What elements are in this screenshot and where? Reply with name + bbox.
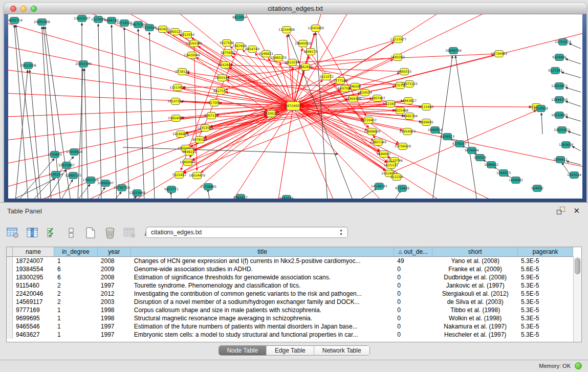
table-row[interactable]: 946554611997Estimation of the future num…	[7, 322, 573, 331]
cell-in-degree[interactable]: 6	[54, 273, 98, 281]
graph-node[interactable]: 16782759	[114, 185, 130, 191]
graph-node[interactable]: 7425402	[172, 172, 186, 179]
cell-title[interactable]: Corpus callosum shape and size in male p…	[131, 306, 395, 314]
graph-node[interactable]: 6379197	[452, 141, 467, 147]
vertical-scrollbar[interactable]	[573, 257, 581, 342]
graph-node[interactable]: 252254	[390, 174, 403, 181]
graph-node[interactable]: 1564023	[496, 170, 511, 177]
graph-node[interactable]: 12213977	[390, 36, 406, 43]
cell-name[interactable]: 18724007	[13, 257, 54, 265]
graph-node[interactable]: 1720655	[48, 151, 62, 158]
graph-node[interactable]: 16914479	[189, 172, 205, 179]
graph-node[interactable]: 8878334	[192, 137, 207, 143]
graph-node[interactable]: 2803144	[215, 75, 229, 81]
table-selector-dropdown[interactable]: citations_edges.txt ▲▼	[146, 227, 348, 238]
graph-node[interactable]: 22420046	[184, 52, 200, 59]
graph-node[interactable]: 1096402	[484, 162, 498, 168]
cell-title[interactable]: Changes of HCN gene expression and I(f) …	[131, 257, 395, 265]
cell-out-de-[interactable]: 0	[394, 331, 432, 339]
graph-node[interactable]: 15751074	[555, 39, 571, 46]
graph-node[interactable]: 9329966	[552, 54, 567, 61]
cell-pagerank[interactable]: 5.3E-5	[518, 331, 573, 339]
graph-node[interactable]: 8454749	[245, 46, 259, 53]
graph-node[interactable]: 9498222	[182, 149, 197, 156]
graph-node[interactable]: 1099412	[553, 157, 568, 163]
cell-name[interactable]: 14569117	[13, 298, 54, 306]
close-panel-icon[interactable]: ✕	[573, 207, 580, 214]
cell-title[interactable]: Tourette syndrome. Phenomenology and cla…	[131, 281, 395, 290]
graph-node[interactable]: 9699695	[419, 119, 433, 126]
cell-short[interactable]: Jankovic et al. (1997)	[432, 281, 518, 290]
cell-year[interactable]: 1997	[98, 331, 131, 339]
graph-node[interactable]: 9465546	[279, 195, 294, 199]
column-header-out-de-[interactable]: △out_de...	[394, 247, 432, 256]
cell-year[interactable]: 2008	[98, 257, 131, 265]
cell-name[interactable]: 22420046	[13, 290, 54, 298]
table-row[interactable]: 977716911998Corpus callosum shape and si…	[7, 306, 573, 314]
cell-boxes-button[interactable]	[64, 227, 77, 239]
cell-title[interactable]: Structural magnetic resonance image aver…	[131, 314, 395, 322]
cell-pagerank[interactable]: 5.9E-5	[518, 273, 573, 281]
table-row[interactable]: 946362711997Embryonic stem cells: a mode…	[7, 331, 573, 339]
graph-node[interactable]: 15720407	[360, 117, 377, 124]
graph-node[interactable]: 7515526	[142, 25, 157, 31]
graph-node[interactable]: 3824554	[358, 90, 372, 96]
cell-in-degree[interactable]: 2	[54, 290, 98, 298]
table-row[interactable]: 1456911722003Disruption of a novel membe…	[7, 298, 573, 306]
graph-node[interactable]: 18107554	[167, 98, 184, 105]
graph-node[interactable]: 10975887	[58, 162, 75, 169]
graph-node[interactable]: 293518	[474, 155, 486, 161]
graph-node[interactable]: 9733426	[395, 185, 409, 192]
graph-node[interactable]: 10955422	[554, 127, 570, 134]
graph-node[interactable]: 9115460	[419, 104, 433, 111]
graph-node[interactable]: 8912954	[180, 32, 194, 38]
graph-node[interactable]: 924502	[531, 185, 543, 192]
cell-out-de-[interactable]: 0	[394, 298, 432, 306]
graph-node[interactable]: 10653287	[74, 15, 90, 22]
cell-out-de-[interactable]: 0	[394, 273, 432, 281]
graph-node[interactable]: 9375685	[221, 50, 235, 56]
cell-in-degree[interactable]: 1	[54, 257, 98, 265]
cell-in-degree[interactable]: 1	[54, 331, 98, 339]
cell-short[interactable]: Franke et al. (2009)	[432, 265, 518, 273]
window-titlebar[interactable]: citations_edges.txt	[4, 3, 586, 14]
table-row[interactable]: 969969511998Structural magnetic resonanc…	[7, 314, 573, 322]
cell-out-de-[interactable]: 0	[394, 290, 432, 298]
graph-node[interactable]: 15718485	[200, 184, 216, 190]
cell-in-degree[interactable]: 2	[54, 298, 98, 306]
cell-name[interactable]: 9699695	[13, 314, 54, 322]
cell-name[interactable]: 18300295	[13, 273, 54, 281]
graph-node[interactable]: 16809948	[180, 159, 196, 166]
graph-node[interactable]: 9857771	[164, 186, 179, 193]
graph-node[interactable]: 9684067	[377, 151, 391, 158]
cell-year[interactable]: 2003	[98, 298, 131, 306]
graph-node[interactable]: 8267130	[204, 113, 219, 119]
cell-title[interactable]: Embryonic stem cells: a model to study s…	[131, 331, 395, 339]
graph-node[interactable]: 20053346	[75, 61, 92, 68]
table-row[interactable]: 2242004622012Investigating the contribut…	[7, 290, 573, 298]
cell-out-de-[interactable]: 0	[394, 265, 432, 273]
cell-pagerank[interactable]: 5.3E-5	[518, 314, 573, 322]
graph-node[interactable]: 2718126	[175, 69, 189, 75]
graph-node[interactable]: 17957225	[82, 177, 99, 184]
graph-node[interactable]: 8813054	[232, 14, 247, 21]
cell-in-degree[interactable]: 1	[54, 322, 98, 331]
delete-trash-button[interactable]	[103, 227, 116, 239]
cell-title[interactable]: Genome-wide association studies in ADHD.	[131, 265, 395, 273]
cell-pagerank[interactable]: 5.3E-5	[518, 306, 573, 314]
float-panel-icon[interactable]	[557, 207, 565, 214]
graph-node[interactable]: 17359924	[66, 149, 82, 156]
graph-node[interactable]: 16210643	[551, 112, 568, 119]
table-settings-button[interactable]	[6, 227, 19, 239]
column-header-in-degree[interactable]: in_degree	[54, 247, 98, 256]
graph-node[interactable]: 12543490	[308, 25, 324, 32]
cell-year[interactable]: 1997	[98, 322, 131, 331]
cell-year[interactable]: 1998	[98, 314, 131, 322]
graph-node[interactable]: 10543382	[186, 40, 202, 47]
cell-short[interactable]: Tibbo et al. (1998)	[432, 306, 518, 314]
graph-node[interactable]: 12353591	[197, 125, 213, 132]
graph-node[interactable]: 18640910	[295, 40, 311, 47]
cell-year[interactable]: 2008	[98, 273, 131, 281]
graph-node[interactable]: 19756928	[395, 143, 411, 150]
table-row[interactable]: 1938455462009Genome-wide association stu…	[7, 265, 573, 273]
